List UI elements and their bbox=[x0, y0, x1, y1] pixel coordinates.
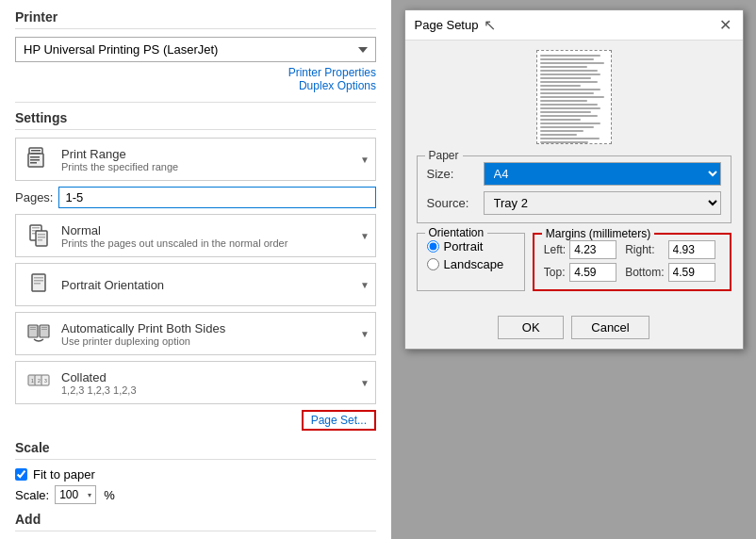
printer-dropdown[interactable]: HP Universal Printing PS (LaserJet) bbox=[15, 37, 376, 62]
scale-input-wrap: ▾ bbox=[55, 485, 96, 504]
pages-label: Pages: bbox=[15, 190, 53, 204]
margins-legend: Margins (millimeters) bbox=[542, 227, 654, 240]
dialog-overlay: Page Setup ↖ ✕ bbox=[391, 0, 756, 539]
svg-rect-24 bbox=[41, 327, 47, 328]
dialog-body: Paper Size: A4 Letter Legal A3 Source: bbox=[405, 41, 743, 310]
dialog-title: Page Setup bbox=[415, 18, 479, 32]
print-range-arrow: ▼ bbox=[360, 155, 370, 165]
printer-properties-link[interactable]: Printer Properties bbox=[15, 66, 376, 79]
fit-to-paper-label: Fit to paper bbox=[33, 467, 95, 482]
collated-text: Collated 1,2,3 1,2,3 1,2,3 bbox=[61, 370, 137, 396]
portrait-radio-row: Portrait bbox=[427, 239, 515, 253]
cursor-indicator: ↖ bbox=[484, 16, 496, 34]
svg-rect-21 bbox=[30, 327, 36, 328]
paper-source-row: Source: Tray 2 Tray 1 Manual bbox=[427, 191, 721, 215]
pages-input[interactable] bbox=[58, 187, 376, 208]
normal-text: Normal Prints the pages out unscaled in … bbox=[61, 223, 288, 249]
duplex-text: Automatically Print Both Sides Use print… bbox=[61, 321, 225, 347]
preview-wrap bbox=[417, 50, 731, 144]
ok-button[interactable]: OK bbox=[498, 316, 564, 339]
portrait-radio[interactable] bbox=[427, 240, 439, 253]
print-range-desc: Prints the specified range bbox=[61, 161, 178, 172]
print-range-text: Print Range Prints the specified range bbox=[61, 147, 178, 172]
left-margin-input[interactable] bbox=[569, 240, 616, 259]
paper-legend: Paper bbox=[425, 149, 463, 162]
duplex-options-link[interactable]: Duplex Options bbox=[15, 79, 376, 92]
dialog-titlebar: Page Setup ↖ ✕ bbox=[405, 10, 743, 41]
scale-row: Scale: ▾ % bbox=[15, 485, 376, 504]
portrait-icon bbox=[24, 270, 54, 300]
paper-group: Paper Size: A4 Letter Legal A3 Source: bbox=[417, 155, 731, 223]
scale-label: Scale: bbox=[15, 488, 49, 502]
svg-rect-23 bbox=[40, 325, 49, 337]
margins-group: Margins (millimeters) Left: Right: Top: … bbox=[533, 233, 731, 291]
printer-section-title: Printer bbox=[15, 9, 376, 29]
normal-icon bbox=[24, 220, 54, 251]
scale-input[interactable] bbox=[59, 488, 86, 501]
collated-desc: 1,2,3 1,2,3 1,2,3 bbox=[61, 384, 137, 396]
svg-rect-12 bbox=[36, 231, 47, 246]
printer-links: Printer Properties Duplex Options bbox=[15, 66, 376, 92]
bottom-margin-input[interactable] bbox=[668, 263, 715, 282]
print-panel: Printer HP Universal Printing PS (LaserJ… bbox=[0, 0, 391, 539]
fit-to-paper-checkbox[interactable] bbox=[15, 468, 27, 481]
normal-setting[interactable]: Normal Prints the pages out unscaled in … bbox=[15, 214, 376, 257]
top-margin-input[interactable] bbox=[569, 263, 616, 282]
paper-source-select[interactable]: Tray 2 Tray 1 Manual bbox=[484, 191, 721, 215]
add-section: Add bbox=[15, 512, 376, 531]
svg-rect-14 bbox=[38, 237, 45, 238]
svg-rect-17 bbox=[34, 277, 43, 279]
svg-rect-6 bbox=[30, 159, 40, 161]
portrait-text: Portrait Orientation bbox=[61, 278, 164, 292]
left-margin-label: Left: bbox=[544, 243, 566, 256]
svg-rect-18 bbox=[34, 280, 43, 282]
orientation-group: Orientation Portrait Landscape bbox=[417, 233, 525, 291]
scale-section-title: Scale bbox=[15, 440, 376, 460]
portrait-label: Portrait Orientation bbox=[61, 278, 164, 292]
dialog-buttons: OK Cancel bbox=[405, 310, 743, 349]
portrait-arrow: ▼ bbox=[360, 280, 370, 290]
paper-size-select[interactable]: A4 Letter Legal A3 bbox=[484, 162, 721, 186]
collated-setting[interactable]: 1 2 3 Collated 1,2,3 1,2,3 1,2,3 ▼ bbox=[15, 361, 376, 404]
dialog-close-button[interactable]: ✕ bbox=[717, 18, 733, 33]
svg-text:2: 2 bbox=[38, 378, 41, 384]
duplex-label: Automatically Print Both Sides bbox=[61, 321, 225, 335]
top-margin-label: Top: bbox=[544, 266, 566, 279]
paper-size-row: Size: A4 Letter Legal A3 bbox=[427, 162, 721, 186]
duplex-icon bbox=[24, 318, 54, 349]
print-range-icon bbox=[24, 144, 54, 174]
orientation-legend: Orientation bbox=[425, 226, 488, 239]
paper-size-label: Size: bbox=[427, 167, 484, 181]
margins-grid: Left: Right: Top: Bottom: bbox=[544, 240, 720, 282]
scale-spinner[interactable]: ▾ bbox=[88, 491, 91, 499]
right-margin-input[interactable] bbox=[668, 240, 715, 259]
landscape-radio-label: Landscape bbox=[444, 257, 504, 271]
landscape-radio[interactable] bbox=[427, 258, 439, 270]
svg-rect-15 bbox=[38, 239, 42, 241]
pages-input-row: Pages: bbox=[15, 187, 376, 208]
settings-section-title: Settings bbox=[15, 110, 376, 130]
duplex-setting[interactable]: Automatically Print Both Sides Use print… bbox=[15, 312, 376, 355]
page-setup-button[interactable]: Page Set... bbox=[302, 410, 376, 431]
right-panel: Page Setup ↖ ✕ bbox=[391, 0, 756, 539]
portrait-radio-label: Portrait bbox=[444, 239, 484, 253]
svg-rect-22 bbox=[30, 329, 36, 330]
svg-rect-13 bbox=[38, 234, 45, 236]
portrait-setting[interactable]: Portrait Orientation ▼ bbox=[15, 263, 376, 306]
preview-lines bbox=[537, 51, 611, 144]
bottom-margin-label: Bottom: bbox=[625, 266, 664, 279]
orientation-margins-row: Orientation Portrait Landscape Margins (… bbox=[417, 233, 731, 291]
svg-rect-19 bbox=[34, 283, 41, 285]
settings-section: Settings Print Rang bbox=[15, 110, 376, 431]
right-margin-label: Right: bbox=[625, 243, 664, 256]
page-setup-dialog: Page Setup ↖ ✕ bbox=[404, 9, 744, 350]
print-range-setting[interactable]: Print Range Prints the specified range ▼ bbox=[15, 138, 376, 181]
duplex-desc: Use printer duplexing option bbox=[61, 335, 225, 347]
printer-section: Printer HP Universal Printing PS (LaserJ… bbox=[15, 9, 376, 92]
svg-rect-9 bbox=[32, 227, 40, 229]
landscape-radio-row: Landscape bbox=[427, 257, 515, 271]
cancel-button[interactable]: Cancel bbox=[571, 316, 649, 339]
normal-arrow: ▼ bbox=[360, 231, 370, 241]
normal-desc: Prints the pages out unscaled in the nor… bbox=[61, 237, 288, 249]
svg-text:3: 3 bbox=[44, 378, 47, 384]
